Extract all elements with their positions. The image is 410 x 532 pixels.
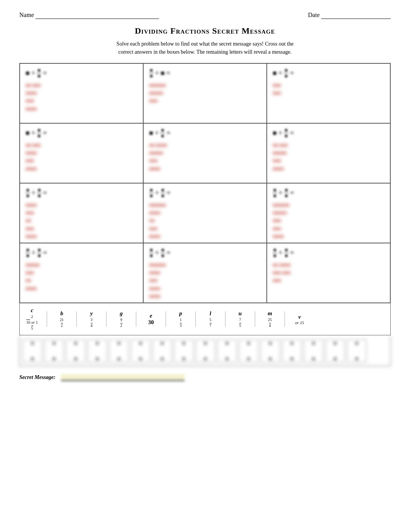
- answers-12: ■■ ■■■■ ■■■ ■■■ ■■■: [273, 261, 385, 285]
- problems-grid: ■ ÷ ■■ = ■■ ■■■ ■■■■ ■■■ ■■■■ ■■ ÷ ■ = ■…: [19, 63, 391, 303]
- answer-item-l: l 5 7: [201, 310, 220, 328]
- answers-9: ■■■■■■ ■■■■■ ■■■ ■■■ ■■■■: [273, 201, 385, 241]
- cell-10: ■■ ÷ ■■ = ■■■■■ ■■■ ■■ ■■■■: [20, 243, 143, 303]
- answer-item-b: b 21 2: [53, 310, 71, 328]
- header: Name Date: [19, 12, 391, 19]
- answers-11: ■■■■■■ ■■■■ ■■■ ■■■■ ■■■■: [149, 261, 261, 301]
- divider-4: [136, 311, 136, 327]
- divider-6: [195, 311, 196, 327]
- secret-message-answer-line: [61, 374, 185, 381]
- answers-5: ■■ ■■■■ ■■■■■ ■■■ ■■■■: [149, 141, 261, 173]
- answer-letter-u: u: [239, 310, 242, 317]
- problem-2: ■■ ÷ ■ =: [149, 68, 261, 79]
- msg-cell-1: ■■: [23, 339, 42, 362]
- answer-item-g: g 9 2: [112, 310, 130, 328]
- divider-5: [166, 311, 166, 327]
- msg-cell-16: ■■: [347, 339, 366, 362]
- msg-cell-14: ■■: [304, 339, 323, 362]
- cell-1: ■ ÷ ■■ = ■■ ■■■ ■■■■ ■■■ ■■■■: [20, 63, 143, 123]
- secret-message-section: Secret Message:: [19, 374, 391, 381]
- answer-letter-g: g: [120, 310, 123, 317]
- answer-key-row: c 2 10 or 1 5 b 21 2 y 3 4 g 9 2: [19, 303, 391, 335]
- msg-cell-7: ■■: [152, 339, 172, 362]
- message-row: ■■ ■■ ■■ ■■ ■■ ■■ ■■ ■■ ■■ ■■ ■■ ■■ ■■ ■…: [19, 335, 391, 366]
- answer-value-v: or 15: [295, 320, 304, 325]
- problem-9: ■■ ÷ ■■ =: [273, 187, 385, 199]
- answer-letter-p: p: [179, 310, 182, 317]
- answers-6: ■■ ■■■ ■■■■■ ■■■ ■■■■: [273, 141, 385, 173]
- secret-message-label: Secret Message:: [19, 374, 56, 381]
- msg-cell-10: ■■: [217, 339, 237, 362]
- answer-letter-v: v: [298, 314, 301, 320]
- answer-item-p: p 1 3: [171, 310, 190, 328]
- answer-item-m: m 25 4: [261, 310, 279, 328]
- problem-1: ■ ÷ ■■ =: [25, 68, 137, 79]
- divider-7: [225, 311, 225, 327]
- answer-letter-c: c: [31, 307, 34, 314]
- msg-cell-15: ■■: [325, 339, 345, 362]
- answer-letter-b: b: [60, 310, 63, 317]
- msg-cell-12: ■■: [261, 339, 280, 362]
- answer-value-u: 7 5: [239, 317, 241, 328]
- answer-item-v: v or 15: [290, 314, 309, 325]
- problem-10: ■■ ÷ ■■ =: [25, 247, 137, 259]
- page-title: Dividing Fractions Secret Message: [19, 26, 391, 36]
- cell-9: ■■ ÷ ■■ = ■■■■■■ ■■■■■ ■■■ ■■■ ■■■■: [267, 183, 390, 243]
- answer-item-c: c 2 10 or 1 5: [23, 307, 41, 331]
- answer-letter-y: y: [90, 310, 93, 317]
- divider-3: [106, 311, 107, 327]
- answer-value-p: 1 3: [180, 317, 182, 328]
- answers-7: ■■■■ ■■■ ■■ ■■■ ■■■■: [25, 201, 137, 241]
- answer-value-y: 3 4: [91, 317, 93, 328]
- answer-letter-m: m: [268, 310, 272, 317]
- name-label: Name: [19, 12, 34, 18]
- answers-3: ■■■ ■■■: [273, 82, 385, 97]
- divider-8: [255, 311, 255, 327]
- divider-2: [76, 311, 77, 327]
- cell-2: ■■ ÷ ■ = ■■■■■■ ■■■■■ ■■■: [143, 63, 267, 123]
- date-label: Date: [308, 12, 320, 18]
- msg-cell-3: ■■: [66, 339, 85, 362]
- cell-6: ■ ÷ ■■ = ■■ ■■■ ■■■■■ ■■■ ■■■■: [267, 123, 390, 183]
- problem-6: ■ ÷ ■■ =: [273, 127, 385, 139]
- msg-cell-9: ■■: [196, 339, 215, 362]
- msg-cell-8: ■■: [174, 339, 193, 362]
- page-subtitle: Solve each problem below to find out wha…: [19, 40, 391, 56]
- divider-9: [285, 311, 285, 327]
- problem-11: ■■ ÷ ■■ =: [149, 247, 261, 259]
- answer-value-g: 9 2: [120, 317, 122, 328]
- problem-7: ■■ ÷ ■■ =: [25, 187, 137, 199]
- msg-cell-13: ■■: [282, 339, 302, 362]
- problem-3: ■ ÷ ■■ =: [273, 68, 385, 79]
- problem-8: ■■ ÷ ■■ =: [149, 187, 261, 199]
- answer-value-e: 30: [148, 319, 154, 326]
- answer-value-c: 2 10 or 1 5: [26, 314, 37, 331]
- msg-cell-11: ■■: [239, 339, 258, 362]
- problem-4: ■ ÷ ■■ =: [25, 127, 137, 139]
- answers-8: ■■■■■■ ■■■■ ■■ ■■■ ■■■■: [149, 201, 261, 241]
- answers-2: ■■■■■■ ■■■■■ ■■■: [149, 82, 261, 105]
- answer-item-y: y 3 4: [82, 310, 101, 328]
- answer-value-b: 21 2: [60, 317, 64, 328]
- name-underline: [36, 12, 159, 19]
- msg-cell-5: ■■: [109, 339, 129, 362]
- cell-11: ■■ ÷ ■■ = ■■■■■■ ■■■■ ■■■ ■■■■ ■■■■: [143, 243, 267, 303]
- msg-cell-6: ■■: [131, 339, 150, 362]
- answer-item-e: e 30: [142, 313, 160, 326]
- answers-4: ■■ ■■■ ■■■■ ■■■ ■■■■: [25, 141, 137, 173]
- cell-7: ■■ ÷ ■■ = ■■■■ ■■■ ■■ ■■■ ■■■■: [20, 183, 143, 243]
- cell-4: ■ ÷ ■■ = ■■ ■■■ ■■■■ ■■■ ■■■■: [20, 123, 143, 183]
- answer-letter-l: l: [210, 310, 211, 317]
- name-field: Name: [19, 12, 159, 19]
- msg-cell-4: ■■: [88, 339, 107, 362]
- cell-5: ■ ÷ ■■ = ■■ ■■■■ ■■■■■ ■■■ ■■■■: [143, 123, 267, 183]
- answer-value-l: 5 7: [210, 317, 212, 328]
- cell-3: ■ ÷ ■■ = ■■■ ■■■: [267, 63, 390, 123]
- answers-10: ■■■■■ ■■■ ■■ ■■■■: [25, 261, 137, 293]
- divider-1: [47, 311, 47, 327]
- msg-cell-2: ■■: [44, 339, 64, 362]
- date-underline: [321, 12, 391, 19]
- cell-12: ■■ ÷ ■■ = ■■ ■■■■ ■■■ ■■■ ■■■: [267, 243, 390, 303]
- answer-item-u: u 7 5: [231, 310, 249, 328]
- answer-letter-e: e: [150, 313, 152, 319]
